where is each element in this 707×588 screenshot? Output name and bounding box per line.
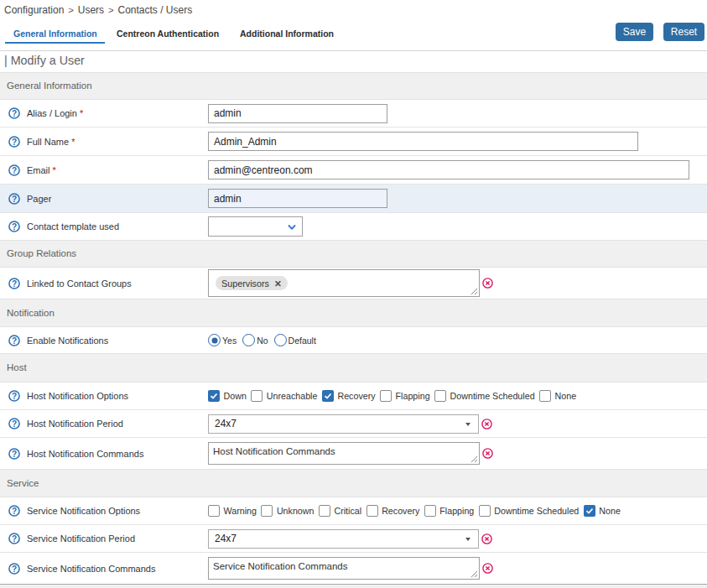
svg-text:?: ?	[12, 109, 17, 118]
svg-text:?: ?	[12, 222, 17, 232]
svg-text:?: ?	[12, 392, 17, 401]
svg-text:?: ?	[12, 336, 17, 345]
svg-text:?: ?	[12, 507, 17, 516]
svg-text:?: ?	[12, 278, 17, 288]
svg-text:?: ?	[12, 534, 17, 544]
svg-text:?: ?	[12, 194, 17, 203]
svg-text:?: ?	[12, 449, 17, 458]
svg-text:?: ?	[12, 165, 17, 174]
svg-text:?: ?	[12, 564, 17, 573]
svg-text:?: ?	[12, 419, 17, 429]
svg-text:?: ?	[12, 137, 17, 146]
